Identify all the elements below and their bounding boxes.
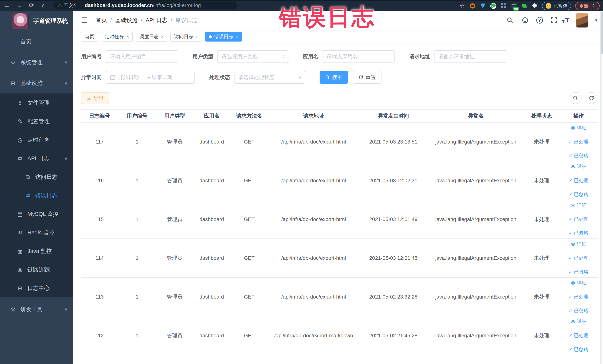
detail-link[interactable]: 详细: [570, 280, 587, 286]
user-type-select[interactable]: ∨: [217, 50, 289, 63]
sidebar-item-error-log[interactable]: ⧉ 错误日志: [0, 186, 73, 205]
mark-ignored-link[interactable]: ✓ 已忽略: [569, 269, 588, 275]
extension-grid-icon[interactable]: [500, 3, 507, 9]
mark-processed-link[interactable]: ✓ 已处理: [569, 177, 588, 184]
tag-label: 错误日志: [214, 33, 233, 40]
close-icon[interactable]: ×: [126, 34, 129, 39]
cell-app-name: dashboard: [193, 122, 230, 161]
fullscreen-icon[interactable]: [550, 16, 558, 24]
page-scrollbar[interactable]: [600, 11, 603, 364]
breadcrumb-infrastructure[interactable]: 基础设施: [115, 16, 137, 24]
table-row[interactable]: 112 1 管理员 dashboard GET /api/infra/db-do…: [81, 316, 598, 355]
sidebar-item-infrastructure[interactable]: ⊞ 基础设施 ∧: [0, 73, 73, 94]
tag-scheduled-jobs[interactable]: 定时任务×: [101, 32, 133, 42]
table-row[interactable]: 114 1 管理员 dashboard GET /api/infra/db-do…: [81, 239, 598, 277]
app-name-field[interactable]: [323, 50, 395, 63]
user-type-input[interactable]: [221, 54, 284, 59]
sidebar-item-system-mgmt[interactable]: ⚙ 系统管理 ∨: [0, 52, 73, 73]
github-icon[interactable]: [521, 16, 529, 24]
sidebar-logo[interactable]: 芋道管理系统: [0, 11, 73, 31]
detail-link[interactable]: 详细: [570, 241, 587, 247]
cell-method: GET: [230, 200, 268, 239]
breadcrumb-home[interactable]: 首页: [96, 16, 107, 24]
detail-link[interactable]: 详细: [570, 202, 587, 209]
mark-processed-link[interactable]: ✓ 已处理: [569, 294, 588, 300]
profile-paused-badge[interactable]: 已暂停: [542, 2, 571, 10]
extension-switch-icon[interactable]: on: [511, 3, 517, 9]
sidebar-item-redis-monitor[interactable]: ≋ Redis 监控: [0, 223, 73, 242]
mark-processed-link[interactable]: ✓ 已处理: [569, 139, 588, 145]
sidebar-item-tracing[interactable]: ◉ 链路追踪: [0, 260, 73, 279]
request-url-field[interactable]: [434, 50, 506, 63]
tag-access-log[interactable]: 访问日志×: [170, 32, 202, 42]
toggle-search-button[interactable]: [570, 92, 581, 104]
request-url-input[interactable]: [438, 54, 502, 59]
help-icon[interactable]: ?: [536, 17, 543, 23]
browser-menu-icon[interactable]: ⋮: [591, 3, 596, 9]
tag-schedule-log[interactable]: 调度日志×: [136, 32, 167, 42]
refresh-button[interactable]: [586, 92, 597, 104]
reset-button[interactable]: 重置: [353, 71, 382, 84]
mark-processed-link[interactable]: ✓ 已处理: [569, 255, 588, 261]
tag-error-log[interactable]: 错误日志×: [205, 32, 242, 42]
table-row[interactable]: 117 1 管理员 dashboard GET /api/infra/db-do…: [81, 122, 598, 161]
tag-home[interactable]: 首页: [81, 32, 98, 42]
date-range-picker[interactable]: ~: [106, 71, 195, 84]
detail-link[interactable]: 详细: [570, 125, 587, 131]
bookmark-star-icon[interactable]: ☆: [459, 3, 465, 9]
sidebar-item-home[interactable]: ⌂ 首页: [0, 31, 73, 52]
avatar-caret-icon[interactable]: ▾: [595, 17, 597, 23]
sidebar-item-dev-tools[interactable]: ⚒ 研发工具 ∨: [0, 299, 73, 320]
forward-icon[interactable]: →: [14, 1, 24, 10]
mark-ignored-link[interactable]: ✓ 已忽略: [569, 346, 588, 353]
extension-vue-icon[interactable]: [490, 3, 496, 9]
reload-icon[interactable]: ⟳: [26, 1, 37, 10]
user-avatar[interactable]: [576, 13, 588, 28]
security-label[interactable]: 不安全: [64, 2, 78, 9]
address-bar[interactable]: ⚠ 不安全 | dashboard.yudao.iocoder.cn/infra…: [53, 1, 237, 9]
process-status-input[interactable]: [238, 74, 301, 80]
sidebar-item-mysql-monitor[interactable]: ▤ MySQL 监控: [0, 205, 73, 223]
sidebar-item-config-mgmt[interactable]: ✎ 配置管理: [0, 112, 73, 130]
export-button[interactable]: 导出: [81, 92, 109, 104]
extension-leaf-icon[interactable]: [521, 3, 528, 9]
font-size-icon[interactable]: T: [565, 17, 569, 24]
user-id-input[interactable]: [110, 54, 174, 59]
scrollbar-thumb[interactable]: [601, 12, 603, 54]
sidebar-item-file-mgmt[interactable]: ⇪ 文件管理: [0, 94, 73, 112]
close-icon[interactable]: ×: [236, 34, 238, 39]
mark-processed-link[interactable]: ✓ 已处理: [569, 216, 588, 223]
mark-processed-link[interactable]: ✓ 已处理: [569, 332, 588, 339]
extensions-puzzle-icon[interactable]: [532, 3, 538, 9]
back-icon[interactable]: ←: [2, 1, 12, 10]
end-date-input[interactable]: [152, 74, 179, 80]
search-button[interactable]: 搜索: [320, 71, 348, 84]
mark-ignored-link[interactable]: ✓ 已忽略: [569, 153, 588, 159]
sidebar-item-log-center[interactable]: ⊟ 日志中心: [0, 279, 73, 297]
mark-ignored-link[interactable]: ✓ 已忽略: [569, 230, 588, 236]
start-date-input[interactable]: [118, 74, 146, 80]
browser-update-button[interactable]: 更新 ⋮: [575, 2, 600, 10]
close-icon[interactable]: ×: [196, 34, 198, 39]
user-id-field[interactable]: [106, 50, 178, 63]
app-name-input[interactable]: [327, 54, 391, 59]
search-icon[interactable]: [506, 16, 514, 24]
extension-shield-icon[interactable]: [480, 3, 486, 9]
sidebar-item-scheduled-jobs[interactable]: ◷ 定时任务: [0, 130, 73, 149]
mark-ignored-link[interactable]: ✓ 已忽略: [569, 191, 588, 198]
close-icon[interactable]: ×: [161, 34, 164, 39]
mark-ignored-link[interactable]: ✓ 已忽略: [569, 307, 588, 314]
hamburger-icon[interactable]: ☰: [81, 16, 87, 24]
home-icon[interactable]: ⌂: [39, 1, 49, 10]
extension-orange-icon[interactable]: [469, 3, 476, 9]
table-row[interactable]: 116 1 管理员 dashboard GET /api/infra/db-do…: [81, 161, 598, 200]
sidebar-item-java-monitor[interactable]: ▦ Java 监控: [0, 242, 73, 260]
sidebar-item-access-log[interactable]: ⧉ 访问日志: [0, 168, 73, 186]
detail-link[interactable]: 详细: [570, 163, 587, 170]
table-row[interactable]: 113 1 管理员 dashboard GET /api/infra/db-do…: [81, 277, 598, 316]
detail-link[interactable]: 详细: [570, 318, 587, 325]
table-row[interactable]: 115 1 管理员 dashboard GET /api/infra/db-do…: [81, 200, 598, 239]
breadcrumb-api-log[interactable]: API 日志: [146, 16, 167, 24]
process-status-select[interactable]: ∨: [234, 71, 305, 84]
sidebar-item-api-log[interactable]: ⧉ API 日志 ∧: [0, 149, 73, 168]
